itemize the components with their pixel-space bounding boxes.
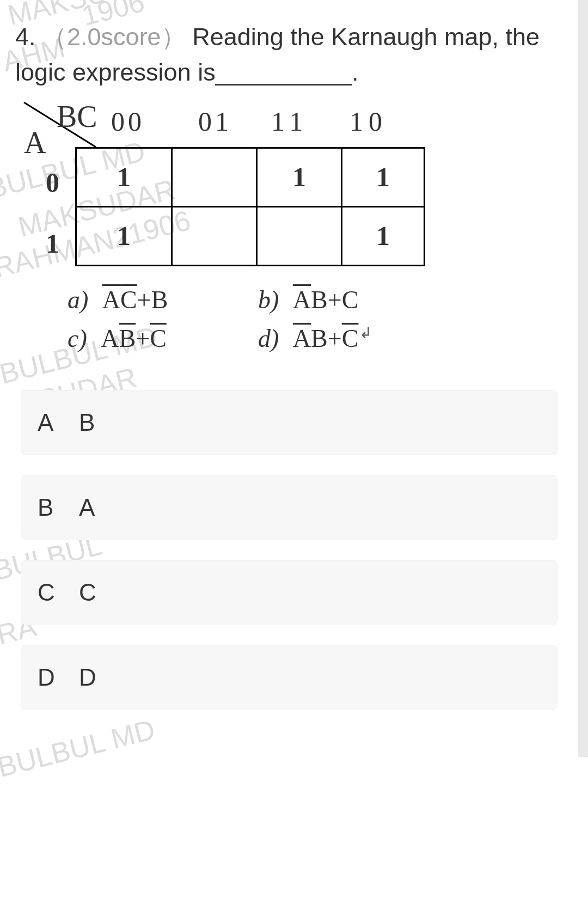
karnaugh-map: BC A 00 01 11 10 0 1 1 1 1 1 1 xyxy=(15,102,563,277)
question-stem: 4. （2.0score） Reading the Karnaugh map, … xyxy=(15,19,563,90)
choice-expr: AB+C xyxy=(293,286,359,314)
kmap-col-header: 11 xyxy=(271,106,308,137)
question-number: 4. xyxy=(15,23,36,51)
option-a[interactable]: A B xyxy=(21,390,558,455)
kmap-cell: 1 xyxy=(257,148,342,206)
option-d[interactable]: D D xyxy=(21,645,558,710)
right-border xyxy=(578,0,588,757)
kmap-col-header: 00 xyxy=(111,106,145,137)
option-text: A xyxy=(79,494,95,521)
question-score: （2.0score） xyxy=(42,23,186,51)
kmap-row-header: 1 xyxy=(46,228,59,259)
question-text-after: . xyxy=(352,58,359,86)
choice-label: a) xyxy=(68,286,88,314)
kmap-cell: 1 xyxy=(342,206,425,265)
choice-a: a) AC+B xyxy=(68,285,253,314)
option-c[interactable]: C C xyxy=(21,560,558,625)
kmap-cell: 1 xyxy=(76,206,172,265)
option-letter: D xyxy=(38,664,59,691)
choice-expr: AB+C xyxy=(101,325,167,352)
kmap-col-header: 01 xyxy=(198,106,232,137)
watermark: BULBUL MD xyxy=(0,713,158,784)
kmap-row-header: 0 xyxy=(46,167,59,198)
choice-label: c) xyxy=(68,325,87,352)
choice-b: b) AB+C xyxy=(258,285,443,314)
kmap-cell: 1 xyxy=(76,148,172,206)
choice-c: c) AB+C xyxy=(68,324,253,353)
choice-label: d) xyxy=(258,325,279,352)
kmap-row-var: A xyxy=(24,125,46,160)
option-letter: A xyxy=(38,409,59,436)
blank: __________ xyxy=(216,58,352,86)
kmap-col-var: BC xyxy=(57,99,97,134)
kmap-cell xyxy=(172,148,257,206)
option-letter: C xyxy=(38,579,59,606)
option-b[interactable]: B A xyxy=(21,475,558,540)
choice-label: b) xyxy=(258,286,279,314)
choice-d: d) AB+C↲ xyxy=(258,324,443,353)
option-text: B xyxy=(79,409,95,436)
question-block: 4. （2.0score） Reading the Karnaugh map, … xyxy=(0,0,578,353)
option-text: D xyxy=(79,664,96,691)
option-text: C xyxy=(79,579,96,606)
kmap-grid: 1 1 1 1 1 xyxy=(75,147,425,266)
choice-expr: AC+B xyxy=(102,286,168,314)
formula-choices: a) AC+B b) AB+C c) AB+C d) AB+C↲ xyxy=(15,285,563,353)
kmap-cell xyxy=(257,206,342,265)
choice-expr: AB+C xyxy=(293,325,359,352)
answer-options: A B B A C C D D xyxy=(21,390,558,710)
return-icon: ↲ xyxy=(359,324,372,342)
option-letter: B xyxy=(38,494,59,521)
kmap-col-header: 10 xyxy=(350,106,388,137)
kmap-cell xyxy=(172,206,257,265)
kmap-cell: 1 xyxy=(342,148,425,206)
